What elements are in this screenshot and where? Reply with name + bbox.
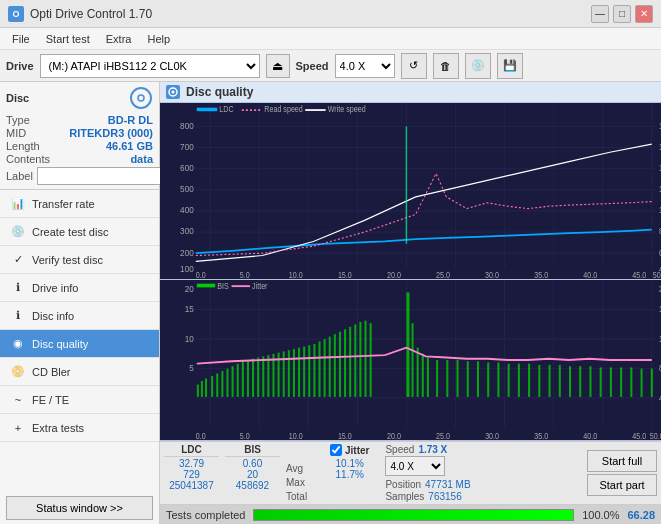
ldc-max: 729 xyxy=(164,469,219,480)
jitter-section: Jitter 10.1% 11.7% xyxy=(330,444,369,502)
svg-rect-72 xyxy=(201,381,203,397)
svg-rect-112 xyxy=(446,360,448,397)
svg-rect-78 xyxy=(232,366,234,397)
svg-text:35.0: 35.0 xyxy=(534,270,548,279)
speed-section: Speed 1.73 X 4.0 X Position 47731 MB Sam… xyxy=(385,444,470,502)
menu-help[interactable]: Help xyxy=(139,31,178,47)
total-label: Total xyxy=(286,489,318,502)
svg-text:5: 5 xyxy=(189,362,194,373)
svg-rect-122 xyxy=(549,365,551,397)
sidebar-item-fe-te[interactable]: ~ FE / TE xyxy=(0,386,159,414)
menu-start-test[interactable]: Start test xyxy=(38,31,98,47)
nav-drive-info-label: Drive info xyxy=(32,282,78,294)
nav-fe-te-label: FE / TE xyxy=(32,394,69,406)
svg-rect-109 xyxy=(422,354,424,397)
start-full-button[interactable]: Start full xyxy=(587,450,657,472)
svg-rect-105 xyxy=(370,323,372,397)
svg-rect-113 xyxy=(457,360,459,397)
svg-text:Jitter: Jitter xyxy=(252,281,268,291)
sidebar-item-verify-test-disc[interactable]: ✓ Verify test disc xyxy=(0,246,159,274)
sidebar-item-disc-quality[interactable]: ◉ Disc quality xyxy=(0,330,159,358)
svg-text:10.0: 10.0 xyxy=(289,431,303,440)
disc-contents-value: data xyxy=(130,153,153,165)
speed-select[interactable]: 4.0 X xyxy=(335,54,395,78)
svg-rect-75 xyxy=(216,374,218,397)
svg-rect-95 xyxy=(318,342,320,397)
chart1-svg: 800 700 600 500 400 300 200 100 18X 16X … xyxy=(160,103,661,279)
svg-text:BIS: BIS xyxy=(217,281,229,291)
sidebar-item-drive-info[interactable]: ℹ Drive info xyxy=(0,274,159,302)
jitter-checkbox[interactable] xyxy=(330,444,342,456)
svg-rect-76 xyxy=(221,371,223,397)
status-window-button[interactable]: Status window >> xyxy=(6,496,153,520)
svg-rect-111 xyxy=(436,360,438,397)
svg-rect-114 xyxy=(467,361,469,397)
svg-rect-94 xyxy=(313,344,315,397)
minimize-button[interactable]: — xyxy=(591,5,609,23)
ldc-stats-col: LDC 32.79 729 25041387 xyxy=(164,444,219,502)
speed-section-label: Speed xyxy=(385,444,414,455)
disc-contents-label: Contents xyxy=(6,153,50,165)
nav-disc-info-label: Disc info xyxy=(32,310,74,322)
close-button[interactable]: ✕ xyxy=(635,5,653,23)
svg-text:45.0: 45.0 xyxy=(632,431,646,440)
svg-text:40.0: 40.0 xyxy=(583,431,597,440)
sidebar-item-disc-info[interactable]: ℹ Disc info xyxy=(0,302,159,330)
nav-transfer-rate-label: Transfer rate xyxy=(32,198,95,210)
svg-rect-128 xyxy=(610,367,612,397)
menu-bar: File Start test Extra Help xyxy=(0,28,661,50)
disc-type-label: Type xyxy=(6,114,30,126)
verify-disc-icon: ✓ xyxy=(10,252,26,268)
progress-bar-fill xyxy=(254,510,573,520)
disc-length-row: Length 46.61 GB xyxy=(6,140,153,152)
svg-text:300: 300 xyxy=(180,226,194,237)
maximize-button[interactable]: □ xyxy=(613,5,631,23)
erase-button[interactable]: 🗑 xyxy=(433,53,459,79)
jitter-max: 11.7% xyxy=(330,469,369,480)
svg-point-0 xyxy=(131,88,151,108)
drive-select[interactable]: (M:) ATAPI iHBS112 2 CL0K xyxy=(40,54,260,78)
save-button[interactable]: 💾 xyxy=(497,53,523,79)
svg-text:500: 500 xyxy=(180,184,194,195)
disc-info-icon: ℹ xyxy=(10,308,26,324)
sidebar-item-transfer-rate[interactable]: 📊 Transfer rate xyxy=(0,190,159,218)
svg-rect-123 xyxy=(559,365,561,397)
svg-text:100: 100 xyxy=(180,263,194,274)
sidebar-item-extra-tests[interactable]: + Extra tests xyxy=(0,414,159,442)
start-part-button[interactable]: Start part xyxy=(587,474,657,496)
svg-rect-102 xyxy=(354,324,356,397)
svg-text:35.0: 35.0 xyxy=(534,431,548,440)
main-area: Disc Type BD-R DL MID RITEKDR3 (000) Len… xyxy=(0,82,661,524)
svg-rect-97 xyxy=(329,337,331,397)
menu-extra[interactable]: Extra xyxy=(98,31,140,47)
svg-text:0.0: 0.0 xyxy=(196,431,206,440)
svg-rect-79 xyxy=(237,364,239,397)
svg-text:15: 15 xyxy=(185,303,194,314)
ldc-total: 25041387 xyxy=(164,480,219,491)
action-buttons: Start full Start part xyxy=(587,444,657,502)
svg-text:25.0: 25.0 xyxy=(436,431,450,440)
svg-point-3 xyxy=(172,91,175,94)
burn-button[interactable]: 💿 xyxy=(465,53,491,79)
menu-file[interactable]: File xyxy=(4,31,38,47)
sidebar-item-create-test-disc[interactable]: 💿 Create test disc xyxy=(0,218,159,246)
sidebar-item-cd-bler[interactable]: 📀 CD Bler xyxy=(0,358,159,386)
svg-text:LDC: LDC xyxy=(219,105,234,115)
svg-rect-89 xyxy=(288,350,290,397)
svg-rect-73 xyxy=(205,378,207,396)
svg-text:400: 400 xyxy=(180,205,194,216)
speed-select-stats[interactable]: 4.0 X xyxy=(385,456,445,476)
ldc-header: LDC xyxy=(164,444,219,457)
disc-mid-label: MID xyxy=(6,127,26,139)
extra-tests-icon: + xyxy=(10,420,26,436)
eject-button[interactable]: ⏏ xyxy=(266,54,290,78)
svg-rect-127 xyxy=(600,367,602,397)
content-area: Disc quality xyxy=(160,82,661,524)
svg-rect-116 xyxy=(487,362,489,396)
disc-label-input[interactable] xyxy=(37,167,170,185)
svg-rect-56 xyxy=(160,280,661,440)
bis-stats-col: BIS 0.60 20 458692 xyxy=(225,444,280,502)
svg-rect-124 xyxy=(569,366,571,397)
drive-info-icon: ℹ xyxy=(10,280,26,296)
refresh-button[interactable]: ↺ xyxy=(401,53,427,79)
